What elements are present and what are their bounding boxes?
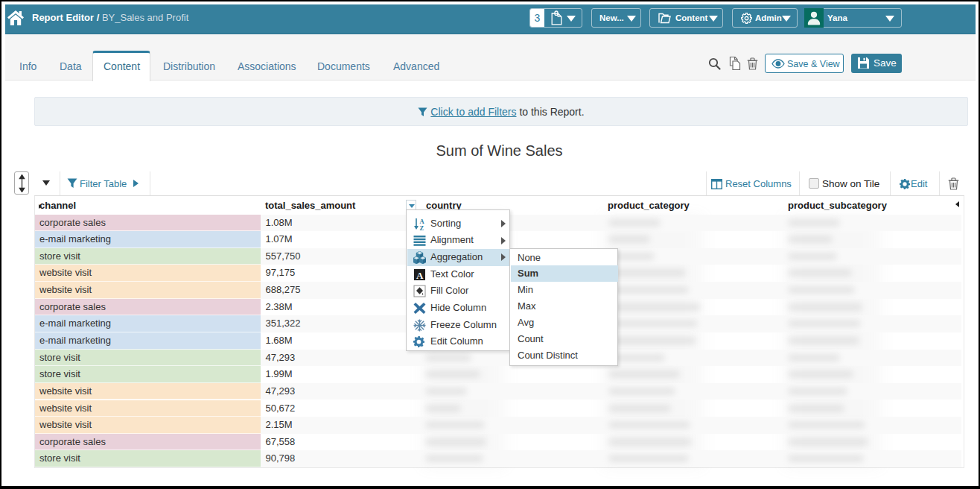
svg-text:A: A bbox=[416, 269, 424, 280]
svg-text:Z: Z bbox=[420, 224, 424, 230]
